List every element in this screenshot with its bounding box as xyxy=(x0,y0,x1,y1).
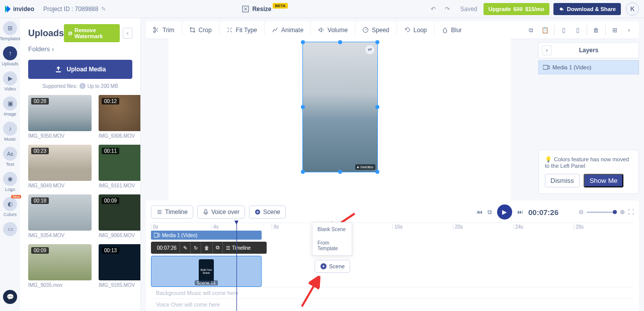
upgrade-button[interactable]: Upgrade $30 $15/mo xyxy=(484,3,549,15)
svg-rect-5 xyxy=(205,210,207,213)
rail-more[interactable]: ▭ xyxy=(0,222,20,237)
resize-handle[interactable] xyxy=(375,170,379,174)
menu-from-template[interactable]: From Template xyxy=(312,236,352,255)
music-icon: ♪ xyxy=(3,122,17,136)
media-thumb[interactable]: 00:18IMG_9354.MOV xyxy=(28,194,92,238)
bg-music-track[interactable]: Background Music will come here xyxy=(151,287,634,298)
edit-project-icon[interactable]: ✎ xyxy=(101,6,106,13)
rail-logo[interactable]: ◉Logo xyxy=(0,172,20,192)
uploads-sidebar: Uploads Remove Watermark ‹ Folders › Upl… xyxy=(20,18,141,311)
resize-button[interactable]: Resize BETA xyxy=(242,6,287,13)
scene-preview: Build Your Scene xyxy=(199,259,214,283)
zoom-fit-button[interactable]: ⛶ xyxy=(628,209,634,216)
remove-watermark-button[interactable]: Remove Watermark xyxy=(64,24,120,42)
delete-button[interactable]: 🗑 xyxy=(589,23,603,37)
rail-text[interactable]: AaText xyxy=(0,147,20,167)
supported-files-text: Supported files:iUp to 200 MB xyxy=(28,83,132,89)
resize-handle[interactable] xyxy=(338,170,342,174)
media-thumb[interactable]: 00:09IMG_9035.mov xyxy=(28,244,92,288)
top-header: invideo Project ID : 7089888 ✎ Resize BE… xyxy=(0,0,644,18)
logo[interactable]: invideo xyxy=(5,6,34,13)
rail-colors[interactable]: New◐Colors xyxy=(0,197,20,217)
menu-blank-scene[interactable]: Blank Scene xyxy=(312,223,352,236)
upload-media-button[interactable]: Upload Media xyxy=(28,60,132,79)
align-left-button[interactable]: ▯ xyxy=(556,23,571,37)
undo-button[interactable]: ↶ xyxy=(426,2,440,16)
media-thumb[interactable]: 00:28IMG_9350.MOV xyxy=(28,95,92,139)
selected-media[interactable]: ⇄ ▸ invideo xyxy=(302,42,378,172)
clip-delete-button[interactable]: 🗑 xyxy=(201,242,212,254)
info-icon[interactable]: i xyxy=(79,83,86,89)
clip-duplicate-button[interactable]: ⧉ xyxy=(212,242,222,254)
layers-panel: › Layers Media 1 (Video) xyxy=(538,42,639,74)
scene-clip[interactable]: Build Your Scene Scene 01 xyxy=(151,256,262,287)
media-thumb[interactable]: 00:12IMG_9306.MOV xyxy=(99,95,141,139)
clip-time: 00:07:26 xyxy=(154,242,180,254)
zoom-out-button[interactable]: ⊖ xyxy=(579,209,584,216)
bulb-icon: 💡 xyxy=(545,156,552,162)
dismiss-button[interactable]: Dismiss xyxy=(545,174,580,187)
play-button[interactable]: ▶ xyxy=(497,204,512,220)
next-frame-button[interactable]: ⏭ xyxy=(517,209,523,216)
media-thumb[interactable]: 00:13IMG_9185.MOV xyxy=(99,244,141,288)
crop-icon xyxy=(189,27,196,33)
collapse-sidebar-button[interactable]: ‹ xyxy=(123,28,132,39)
timeline-toggle-button[interactable]: Timeline xyxy=(151,205,193,219)
loop-playback-button[interactable]: ⧉ xyxy=(488,209,492,216)
collapse-layers-button[interactable]: › xyxy=(542,45,552,55)
mic-icon xyxy=(203,209,209,215)
media-thumb[interactable]: 00:11IMG_9161.MOV xyxy=(99,145,141,188)
add-scene-button[interactable]: Scene xyxy=(249,205,286,219)
folders-breadcrumb[interactable]: Folders › xyxy=(28,45,132,53)
clip-edit-button[interactable]: ✎ xyxy=(180,242,190,254)
add-scene-popup-button[interactable]: Scene xyxy=(314,260,350,273)
resize-handle[interactable] xyxy=(375,40,379,44)
rail-uploads[interactable]: ↑Uploads xyxy=(0,46,20,66)
clip-toolbar: 00:07:26 ✎ ↻ 🗑 ⧉ ☰ Timeline xyxy=(151,242,267,254)
scissors-icon xyxy=(153,27,159,33)
new-badge: New xyxy=(11,195,21,198)
media-track[interactable]: Media 1 (Video) xyxy=(151,231,262,240)
rail-help[interactable]: 💬 xyxy=(0,290,20,305)
resize-handle[interactable] xyxy=(375,105,379,109)
timeline-panel: Timeline Voice over Scene ⏮ ⧉ ▶ ⏭ 00:07:… xyxy=(146,200,639,311)
clip-refresh-button[interactable]: ↻ xyxy=(190,242,201,254)
show-me-button[interactable]: Show Me xyxy=(584,174,624,187)
resize-handle[interactable] xyxy=(301,170,305,174)
rail-music[interactable]: ♪Music xyxy=(0,122,20,142)
swap-icon[interactable]: ⇄ xyxy=(365,45,374,54)
resize-handle[interactable] xyxy=(301,40,305,44)
resize-handle[interactable] xyxy=(338,40,342,44)
layer-item[interactable]: Media 1 (Video) xyxy=(538,60,639,74)
media-thumb[interactable]: 00:23IMG_9049.MOV xyxy=(28,145,92,188)
tip-tooltip: 💡Colors feature has now moved to the Lef… xyxy=(538,150,639,194)
download-share-button[interactable]: Download & Share xyxy=(553,3,621,15)
resize-handle[interactable] xyxy=(301,105,305,109)
grid-button[interactable]: ⊞ xyxy=(608,23,622,37)
zoom-in-button[interactable]: ⊕ xyxy=(620,209,625,216)
canvas[interactable]: ⇄ ▸ invideo xyxy=(141,39,538,197)
redo-button[interactable]: ↷ xyxy=(440,2,454,16)
media-grid: 00:28IMG_9350.MOV 00:12IMG_9306.MOV 00:2… xyxy=(28,95,132,288)
rail-video[interactable]: ▶Video xyxy=(0,71,20,91)
media-thumb[interactable]: 00:09IMG_9068.MOV xyxy=(99,194,141,238)
video-icon: ▶ xyxy=(3,71,17,85)
rail-image[interactable]: ▣Image xyxy=(0,96,20,117)
paste-button[interactable]: 📋 xyxy=(538,23,552,37)
scene-label: Scene 01 xyxy=(195,280,218,285)
user-avatar[interactable]: K xyxy=(626,3,639,16)
prev-frame-button[interactable]: ⏮ xyxy=(476,209,482,216)
clip-timeline-button[interactable]: ☰ Timeline xyxy=(222,242,254,254)
upload-icon xyxy=(54,65,62,73)
logo-rail-icon: ◉ xyxy=(3,172,17,186)
upload-icon: ↑ xyxy=(3,46,17,60)
zoom-slider[interactable] xyxy=(587,212,617,213)
align-center-button[interactable]: ▯ xyxy=(571,23,585,37)
voiceover-button[interactable]: Voice over xyxy=(197,205,245,219)
speed-icon xyxy=(362,27,369,33)
copy-button[interactable]: ⧉ xyxy=(524,23,538,37)
playhead[interactable] xyxy=(236,221,237,311)
next-button[interactable]: › xyxy=(622,23,636,37)
voiceover-track[interactable]: Voice Over will come here xyxy=(151,298,634,310)
rail-templates[interactable]: ⊞Templates xyxy=(0,21,20,41)
